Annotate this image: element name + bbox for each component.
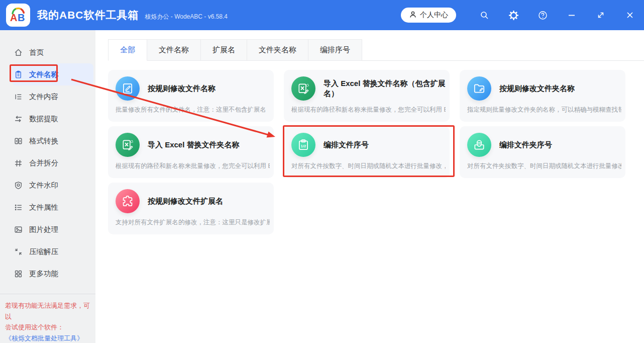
card-description: 批量修改所有文件的文件名，注意：这里不包含扩展名 xyxy=(116,106,270,114)
tab-label: 扩展名 xyxy=(212,45,235,55)
clipboard-12-icon: 1/2 xyxy=(291,133,315,157)
card-head: 编排文件夹序号 xyxy=(467,132,621,157)
sidebar-item-file-content[interactable]: 文件内容 xyxy=(0,85,94,108)
puzzle-icon xyxy=(116,189,140,213)
tab-all[interactable]: 全部 xyxy=(108,39,147,61)
tabbar: 全部文件名称扩展名文件夹名称编排序号 xyxy=(108,39,644,61)
card-excel-replace-folder-name[interactable]: 导入 Excel 替换文件夹名称根据现有的路径和新名称来批量修改，您完全可以利用… xyxy=(108,126,274,178)
sidebar-item-label: 图片处理 xyxy=(29,225,58,234)
titlebar: A B 我的ABC软件工具箱 核烁办公 - WodeABC - v6.58.4 … xyxy=(0,0,644,30)
svg-text:A: A xyxy=(10,12,17,23)
file-content-icon xyxy=(14,93,23,101)
sidebar-item-more[interactable]: 更多功能 xyxy=(0,263,94,285)
tab-label: 文件名称 xyxy=(159,45,189,55)
app-logo-icon: A B xyxy=(6,4,30,27)
sidebar-item-file-attrs[interactable]: 文件属性 xyxy=(0,196,94,218)
file-attrs-icon xyxy=(14,203,23,212)
sidebar-item-home[interactable]: 首页 xyxy=(0,41,94,63)
sidebar-item-watermark[interactable]: 文件水印 xyxy=(0,174,94,196)
app-subtitle: 核烁办公 - WodeABC - v6.58.4 xyxy=(145,13,228,21)
more-icon xyxy=(14,270,23,278)
titlebar-actions: 个人中心 xyxy=(401,8,635,23)
sidebar-item-label: 文件属性 xyxy=(29,203,58,212)
tab-label: 编排序号 xyxy=(320,45,350,55)
card-head: 导入 Excel 替换文件夹名称 xyxy=(116,132,270,157)
sidebar-nav: 首页文件名称文件内容数据提取格式转换合并拆分文件水印文件属性图片处理压缩解压更多… xyxy=(0,41,95,285)
card-head: 导入 Excel 替换文件名称（包含扩展名） xyxy=(291,76,446,101)
sidebar-item-data-extract[interactable]: 数据提取 xyxy=(0,108,94,130)
user-center-label: 个人中心 xyxy=(420,11,448,20)
sidebar-item-label: 格式转换 xyxy=(29,136,58,146)
app-title: 我的ABC软件工具箱 xyxy=(37,8,139,22)
file-name-icon xyxy=(14,70,23,79)
card-excel-replace-file-name[interactable]: 导入 Excel 替换文件名称（包含扩展名）根据现有的路径和新名称来批量修改，您… xyxy=(284,70,450,122)
tab-extension[interactable]: 扩展名 xyxy=(201,39,247,61)
card-rename-file[interactable]: 按规则修改文件名称批量修改所有文件的文件名，注意：这里不包含扩展名 xyxy=(108,70,274,122)
sidebar-item-label: 压缩解压 xyxy=(29,247,58,256)
help-icon[interactable] xyxy=(538,10,548,20)
notice-line: 尝试使用这个软件： xyxy=(5,322,93,333)
tab-serial[interactable]: 编排序号 xyxy=(308,39,362,61)
sidebar-item-label: 数据提取 xyxy=(29,114,58,124)
search-icon[interactable] xyxy=(479,10,489,20)
title-group: 我的ABC软件工具箱 核烁办公 - WodeABC - v6.58.4 xyxy=(37,8,401,22)
tab-file-name[interactable]: 文件名称 xyxy=(147,39,201,61)
settings-gear-icon[interactable] xyxy=(508,10,518,20)
folder-edit-icon xyxy=(467,76,491,101)
svg-text:B: B xyxy=(18,12,25,23)
format-convert-icon xyxy=(14,137,23,145)
main-content: 全部文件名称扩展名文件夹名称编排序号 按规则修改文件名称批量修改所有文件的文件名… xyxy=(95,30,644,343)
card-rename-folder[interactable]: 按规则修改文件夹名称指定规则批量修改文件夹的名称，可以精确与模糊查找替 xyxy=(460,70,625,122)
card-title: 编排文件夹序号 xyxy=(499,140,552,150)
sidebar-item-label: 文件水印 xyxy=(29,181,58,190)
close-button[interactable] xyxy=(625,10,635,20)
tab-label: 文件夹名称 xyxy=(259,45,296,55)
card-serial-folder[interactable]: 编排文件夹序号对所有文件夹按数字、时间日期或随机文本进行批量修改 xyxy=(460,126,625,178)
data-extract-icon xyxy=(14,115,23,123)
notice-line: 若现有功能无法满足需求，可以 xyxy=(5,300,93,322)
home-icon xyxy=(14,48,23,57)
card-title: 按规则修改文件夹名称 xyxy=(499,83,575,94)
sidebar-item-merge-split[interactable]: 合并拆分 xyxy=(0,152,94,174)
watermark-icon xyxy=(14,181,23,190)
tab-label: 全部 xyxy=(120,45,135,55)
card-title: 按规则修改文件名称 xyxy=(148,83,216,94)
excel-doc-icon xyxy=(291,76,315,101)
card-description: 指定规则批量修改文件夹的名称，可以精确与模糊查找替 xyxy=(467,106,621,114)
card-head: 1/2编排文件序号 xyxy=(291,132,446,157)
card-title: 编排文件序号 xyxy=(324,140,369,150)
card-description: 根据现有的路径和新名称来批量修改，您完全可以利用 E xyxy=(291,106,446,114)
sidebar-item-label: 首页 xyxy=(29,48,44,57)
sidebar-item-label: 合并拆分 xyxy=(29,158,58,168)
card-serial-file[interactable]: 1/2编排文件序号对所有文件按数字、时间日期或随机文本进行批量修改， xyxy=(284,126,450,178)
tab-folder-name[interactable]: 文件夹名称 xyxy=(247,39,308,61)
minimize-button[interactable] xyxy=(567,10,577,20)
sidebar-item-label: 文件内容 xyxy=(29,92,58,102)
card-head: 按规则修改文件夹名称 xyxy=(467,76,621,101)
user-center-button[interactable]: 个人中心 xyxy=(401,8,456,23)
card-title: 导入 Excel 替换文件夹名称 xyxy=(148,140,240,150)
card-rename-extension[interactable]: 按规则修改文件扩展名支持对所有文件扩展名的修改，注意：这里只是修改扩展 xyxy=(108,183,274,234)
maximize-button[interactable] xyxy=(596,10,606,20)
excel-doc-icon xyxy=(116,133,140,157)
sidebar-item-file-name[interactable]: 文件名称 xyxy=(12,63,93,85)
merge-split-icon xyxy=(14,159,23,167)
notice-link[interactable]: 《核烁文档批量处理工具》 xyxy=(5,333,93,343)
sidebar-item-format-convert[interactable]: 格式转换 xyxy=(0,130,94,152)
card-description: 对所有文件夹按数字、时间日期或随机文本进行批量修改 xyxy=(467,162,621,170)
sidebar-divider xyxy=(0,294,95,294)
sidebar: 首页文件名称文件内容数据提取格式转换合并拆分文件水印文件属性图片处理压缩解压更多… xyxy=(0,30,95,343)
card-description: 支持对所有文件扩展名的修改，注意：这里只是修改扩展 xyxy=(116,218,270,227)
sidebar-notice: 若现有功能无法满足需求，可以 尝试使用这个软件： 《核烁文档批量处理工具》 它是… xyxy=(0,299,95,343)
edit-doc-icon xyxy=(116,76,140,101)
compress-icon xyxy=(14,247,23,256)
sidebar-item-image-process[interactable]: 图片处理 xyxy=(0,218,94,240)
svg-text:1/2: 1/2 xyxy=(301,144,307,148)
image-process-icon xyxy=(14,225,23,234)
sidebar-item-label: 更多功能 xyxy=(29,269,58,279)
card-description: 对所有文件按数字、时间日期或随机文本进行批量修改， xyxy=(291,162,446,170)
card-description: 根据现有的路径和新名称来批量修改，您完全可以利用 E xyxy=(116,162,270,170)
sidebar-item-compress[interactable]: 压缩解压 xyxy=(0,240,94,263)
card-head: 按规则修改文件扩展名 xyxy=(116,189,270,214)
sidebar-item-label: 文件名称 xyxy=(29,70,58,79)
